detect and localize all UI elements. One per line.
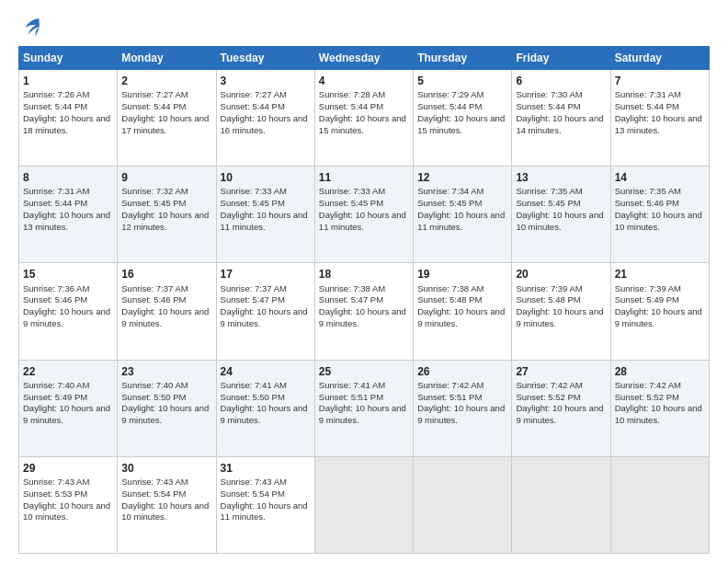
logo: [18, 17, 40, 37]
sunset-text: Sunset: 5:54 PM: [121, 488, 186, 499]
calendar-cell: 11Sunrise: 7:33 AMSunset: 5:45 PMDayligh…: [314, 167, 413, 263]
sunset-text: Sunset: 5:50 PM: [121, 392, 186, 402]
calendar-cell: 26Sunrise: 7:42 AMSunset: 5:51 PMDayligh…: [414, 360, 512, 456]
sunset-text: Sunset: 5:48 PM: [417, 294, 482, 304]
sunrise-text: Sunrise: 7:33 AM: [221, 186, 287, 196]
daylight-text: Daylight: 10 hours and 10 minutes.: [615, 210, 702, 232]
sunset-text: Sunset: 5:47 PM: [221, 294, 285, 304]
sunrise-text: Sunrise: 7:36 AM: [23, 283, 89, 293]
daylight-text: Daylight: 10 hours and 9 minutes.: [221, 403, 308, 425]
sunrise-text: Sunrise: 7:27 AM: [121, 89, 188, 99]
sunrise-text: Sunrise: 7:43 AM: [121, 477, 188, 487]
calendar-cell: 8Sunrise: 7:31 AMSunset: 5:44 PMDaylight…: [19, 167, 118, 263]
calendar-cell: 29Sunrise: 7:43 AMSunset: 5:53 PMDayligh…: [19, 456, 118, 553]
sunrise-text: Sunrise: 7:42 AM: [615, 380, 681, 390]
sunrise-text: Sunrise: 7:30 AM: [516, 89, 582, 99]
calendar-week-row: 1Sunrise: 7:26 AMSunset: 5:44 PMDaylight…: [19, 70, 710, 167]
calendar-cell: 22Sunrise: 7:40 AMSunset: 5:49 PMDayligh…: [19, 360, 118, 456]
daylight-text: Daylight: 10 hours and 9 minutes.: [319, 306, 406, 328]
daylight-text: Daylight: 10 hours and 9 minutes.: [615, 306, 702, 328]
daylight-text: Daylight: 10 hours and 9 minutes.: [516, 403, 603, 425]
calendar-week-row: 8Sunrise: 7:31 AMSunset: 5:44 PMDaylight…: [19, 167, 710, 263]
sunset-text: Sunset: 5:49 PM: [615, 294, 679, 304]
calendar-cell: 13Sunrise: 7:35 AMSunset: 5:45 PMDayligh…: [512, 167, 610, 263]
col-header-saturday: Saturday: [610, 47, 709, 70]
day-number: 8: [23, 170, 113, 185]
sunset-text: Sunset: 5:48 PM: [516, 294, 580, 304]
calendar-cell: 14Sunrise: 7:35 AMSunset: 5:46 PMDayligh…: [610, 167, 709, 263]
sunrise-text: Sunrise: 7:35 AM: [615, 186, 681, 196]
sunset-text: Sunset: 5:44 PM: [23, 198, 87, 208]
logo-text: [18, 17, 40, 37]
sunrise-text: Sunrise: 7:26 AM: [23, 89, 89, 99]
page: SundayMondayTuesdayWednesdayThursdayFrid…: [0, 0, 728, 563]
day-number: 21: [615, 267, 705, 282]
day-number: 22: [23, 364, 113, 379]
day-number: 9: [121, 170, 211, 185]
daylight-text: Daylight: 10 hours and 9 minutes.: [319, 403, 406, 425]
calendar-cell: 10Sunrise: 7:33 AMSunset: 5:45 PMDayligh…: [216, 167, 314, 263]
sunrise-text: Sunrise: 7:37 AM: [221, 283, 287, 293]
day-number: 26: [417, 364, 507, 379]
sunset-text: Sunset: 5:47 PM: [319, 294, 383, 304]
daylight-text: Daylight: 10 hours and 9 minutes.: [417, 306, 505, 328]
daylight-text: Daylight: 10 hours and 9 minutes.: [23, 306, 110, 328]
day-number: 2: [121, 74, 211, 88]
sunset-text: Sunset: 5:53 PM: [23, 488, 87, 499]
calendar-cell: 16Sunrise: 7:37 AMSunset: 5:46 PMDayligh…: [118, 263, 216, 360]
sunset-text: Sunset: 5:45 PM: [221, 198, 285, 208]
calendar-cell: 1Sunrise: 7:26 AMSunset: 5:44 PMDaylight…: [19, 70, 118, 167]
day-number: 6: [516, 74, 606, 88]
sunset-text: Sunset: 5:46 PM: [23, 294, 87, 304]
calendar-cell: 20Sunrise: 7:39 AMSunset: 5:48 PMDayligh…: [512, 263, 610, 360]
sunrise-text: Sunrise: 7:32 AM: [121, 186, 188, 196]
calendar-cell: 27Sunrise: 7:42 AMSunset: 5:52 PMDayligh…: [512, 360, 610, 456]
sunrise-text: Sunrise: 7:35 AM: [516, 186, 582, 196]
calendar-cell: 9Sunrise: 7:32 AMSunset: 5:45 PMDaylight…: [118, 167, 216, 263]
day-number: 27: [516, 364, 606, 379]
daylight-text: Daylight: 10 hours and 9 minutes.: [121, 403, 209, 425]
sunrise-text: Sunrise: 7:34 AM: [417, 186, 483, 196]
sunset-text: Sunset: 5:44 PM: [516, 101, 580, 111]
calendar-cell: 23Sunrise: 7:40 AMSunset: 5:50 PMDayligh…: [118, 360, 216, 456]
day-number: 17: [221, 267, 311, 282]
sunset-text: Sunset: 5:44 PM: [121, 101, 186, 111]
sunrise-text: Sunrise: 7:27 AM: [221, 89, 287, 99]
day-number: 20: [516, 267, 606, 282]
daylight-text: Daylight: 10 hours and 15 minutes.: [319, 113, 406, 135]
daylight-text: Daylight: 10 hours and 16 minutes.: [221, 113, 308, 135]
daylight-text: Daylight: 10 hours and 10 minutes.: [516, 210, 603, 232]
daylight-text: Daylight: 10 hours and 9 minutes.: [121, 306, 209, 328]
calendar-week-row: 29Sunrise: 7:43 AMSunset: 5:53 PMDayligh…: [19, 456, 710, 553]
day-number: 19: [417, 267, 507, 282]
sunset-text: Sunset: 5:45 PM: [417, 198, 482, 208]
calendar-week-row: 22Sunrise: 7:40 AMSunset: 5:49 PMDayligh…: [19, 360, 710, 456]
day-number: 4: [319, 74, 409, 88]
sunrise-text: Sunrise: 7:43 AM: [221, 477, 287, 487]
sunrise-text: Sunrise: 7:43 AM: [23, 477, 89, 487]
sunset-text: Sunset: 5:49 PM: [23, 392, 87, 402]
daylight-text: Daylight: 10 hours and 10 minutes.: [615, 403, 702, 425]
calendar-cell: 18Sunrise: 7:38 AMSunset: 5:47 PMDayligh…: [314, 263, 413, 360]
day-number: 10: [221, 170, 311, 185]
day-number: 28: [615, 364, 705, 379]
calendar-cell: 3Sunrise: 7:27 AMSunset: 5:44 PMDaylight…: [216, 70, 314, 167]
day-number: 7: [615, 74, 705, 88]
sunset-text: Sunset: 5:45 PM: [319, 198, 383, 208]
day-number: 18: [319, 267, 409, 282]
sunset-text: Sunset: 5:45 PM: [121, 198, 186, 208]
calendar-cell: 30Sunrise: 7:43 AMSunset: 5:54 PMDayligh…: [118, 456, 216, 553]
day-number: 23: [121, 364, 211, 379]
calendar-cell: 15Sunrise: 7:36 AMSunset: 5:46 PMDayligh…: [19, 263, 118, 360]
daylight-text: Daylight: 10 hours and 13 minutes.: [615, 113, 702, 135]
sunset-text: Sunset: 5:46 PM: [615, 198, 679, 208]
calendar-cell: 21Sunrise: 7:39 AMSunset: 5:49 PMDayligh…: [610, 263, 709, 360]
calendar-week-row: 15Sunrise: 7:36 AMSunset: 5:46 PMDayligh…: [19, 263, 710, 360]
col-header-sunday: Sunday: [19, 47, 118, 70]
daylight-text: Daylight: 10 hours and 9 minutes.: [221, 306, 308, 328]
sunrise-text: Sunrise: 7:31 AM: [23, 186, 89, 196]
day-number: 11: [319, 170, 409, 185]
daylight-text: Daylight: 10 hours and 12 minutes.: [121, 210, 209, 232]
daylight-text: Daylight: 10 hours and 9 minutes.: [417, 403, 505, 425]
daylight-text: Daylight: 10 hours and 15 minutes.: [417, 113, 505, 135]
